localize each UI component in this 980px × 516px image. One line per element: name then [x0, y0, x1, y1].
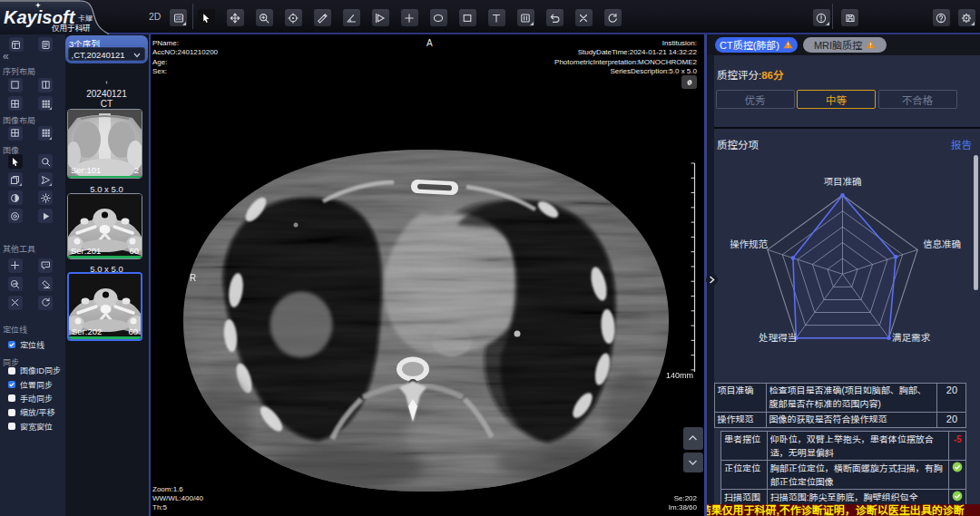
svg-text:操作规范: 操作规范	[730, 237, 768, 250]
svg-text:满足需求: 满足需求	[892, 330, 930, 344]
svg-text:项目准确: 项目准确	[823, 174, 861, 188]
svg-text:仅用于科研: 仅用于科研	[52, 22, 91, 33]
svg-text:2D: 2D	[175, 15, 181, 21]
svg-text:信息准确: 信息准确	[923, 237, 961, 250]
svg-text:处理得当: 处理得当	[759, 330, 797, 344]
